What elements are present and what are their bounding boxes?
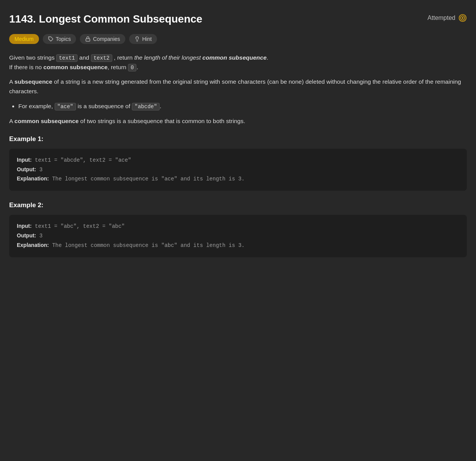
tag-medium[interactable]: Medium	[9, 34, 39, 44]
problem-title: 1143. Longest Common Subsequence	[9, 11, 202, 28]
description-line1: Given two strings text1 and text2 , retu…	[9, 53, 467, 72]
tag-companies[interactable]: Companies	[80, 34, 125, 44]
example-2-explanation: Explanation: The longest common subseque…	[17, 241, 459, 250]
example-2-explanation-val: The longest common subsequence is "abc" …	[52, 242, 244, 248]
desc-line2: If there is no common subsequence, retur…	[9, 64, 138, 70]
example-1-output-label: Output:	[17, 166, 36, 172]
example-2-code-block: Input: text1 = "abc", text2 = "abc" Outp…	[9, 215, 467, 257]
examples-section: Example 1: Input: text1 = "abcde", text2…	[9, 134, 467, 257]
example-1-input-val: text1 = "abcde", text2 = "ace"	[35, 157, 131, 163]
attempted-label: Attempted	[427, 13, 455, 23]
tag-hint-label: Hint	[142, 36, 152, 42]
problem-description: Given two strings text1 and text2 , retu…	[9, 53, 467, 126]
example-1-output-val: 3	[39, 167, 42, 173]
example-2-explanation-label: Explanation:	[17, 242, 49, 248]
subsequence-definition: A subsequence of a string is a new strin…	[9, 77, 467, 96]
zero-code: 0	[128, 64, 136, 71]
example-2: Example 2: Input: text1 = "abc", text2 =…	[9, 200, 467, 257]
bullet-item-1: For example, "ace" is a subsequence of "…	[18, 102, 467, 111]
svg-rect-4	[86, 39, 90, 41]
text1-code: text1	[56, 54, 78, 62]
example-1-explanation-label: Explanation:	[17, 175, 49, 182]
tag-topics-label: Topics	[56, 36, 71, 42]
header-section: 1143. Longest Common Subsequence Attempt…	[9, 11, 467, 28]
bulb-icon	[134, 36, 140, 42]
common-subsequence-definition: A common subsequence of two strings is a…	[9, 117, 467, 126]
example-1-explanation: Explanation: The longest common subseque…	[17, 174, 459, 184]
bullet-list: For example, "ace" is a subsequence of "…	[18, 102, 467, 111]
desc-mid1: and	[79, 54, 91, 61]
ace-code: "ace"	[55, 103, 76, 110]
example-1-input: Input: text1 = "abcde", text2 = "ace"	[17, 156, 459, 165]
attempted-badge: Attempted	[427, 11, 467, 23]
example-2-input: Input: text1 = "abc", text2 = "abc"	[17, 222, 459, 231]
example-2-output-label: Output:	[17, 232, 36, 239]
abcde-code: "abcde"	[132, 103, 160, 110]
example-1-title: Example 1:	[9, 134, 467, 144]
example-1: Example 1: Input: text1 = "abcde", text2…	[9, 134, 467, 191]
lock-icon	[85, 36, 91, 42]
example-1-output: Output: 3	[17, 165, 459, 175]
tags-row: Medium Topics Companies Hint	[9, 34, 467, 44]
example-2-title: Example 2:	[9, 200, 467, 210]
tag-hint[interactable]: Hint	[129, 34, 157, 44]
svg-point-2	[462, 17, 464, 19]
tag-topics[interactable]: Topics	[43, 34, 76, 44]
desc-pre1: Given two strings	[9, 54, 56, 61]
example-2-output-val: 3	[39, 233, 42, 239]
example-2-output: Output: 3	[17, 231, 459, 241]
tag-companies-label: Companies	[93, 36, 120, 42]
example-2-input-val: text1 = "abc", text2 = "abc"	[35, 223, 125, 229]
tag-medium-label: Medium	[15, 36, 34, 42]
example-1-explanation-val: The longest common subsequence is "ace" …	[52, 176, 244, 182]
attempted-icon	[458, 14, 467, 22]
example-1-code-block: Input: text1 = "abcde", text2 = "ace" Ou…	[9, 149, 467, 191]
tag-icon	[48, 36, 53, 42]
example-2-input-label: Input:	[17, 223, 32, 229]
desc-post1: , return the length of their longest com…	[114, 54, 268, 61]
text2-code: text2	[91, 54, 112, 62]
example-1-input-label: Input:	[17, 157, 32, 163]
